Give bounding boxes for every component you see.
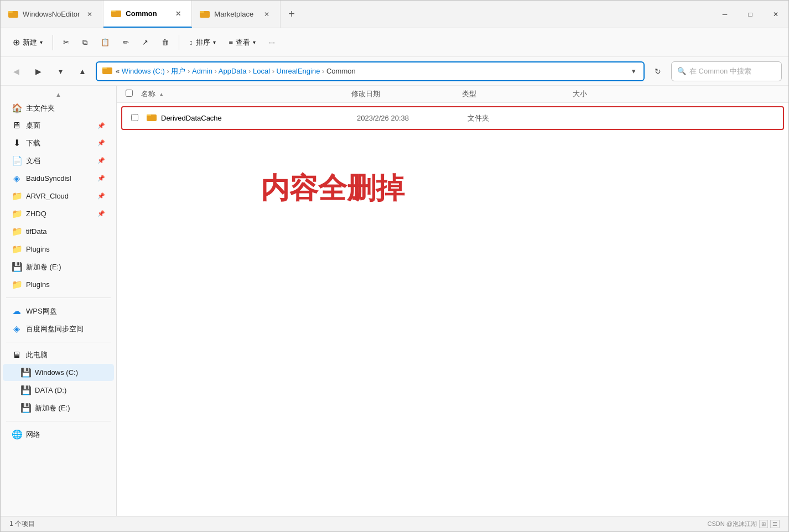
sort-button[interactable]: ↕ 排序 ▾ [184, 34, 221, 51]
delete-button[interactable]: 🗑 [156, 35, 174, 50]
address-folder-icon [102, 66, 112, 76]
address-dropdown[interactable]: ▾ [630, 65, 638, 77]
refresh-button[interactable]: ↻ [649, 62, 667, 80]
sidebar-item-tifdata[interactable]: 📁 tifData [3, 223, 114, 240]
bc-common[interactable]: Common [326, 67, 356, 75]
download-icon: ⬇ [12, 138, 22, 148]
pin-icon-desktop: 📌 [97, 122, 105, 129]
tab3-close[interactable]: ✕ [261, 9, 272, 20]
tab1-close[interactable]: ✕ [84, 9, 95, 20]
bc-users[interactable]: 用户 [171, 67, 188, 75]
sidebar-item-thispc[interactable]: 🖥 此电脑 [3, 347, 114, 363]
forward-button[interactable]: ▶ [29, 62, 47, 80]
view-chevron: ▾ [253, 39, 256, 45]
pin-icon-downloads: 📌 [97, 139, 105, 147]
sidebar-sep-2 [6, 342, 111, 342]
sidebar-item-new-e[interactable]: 💾 新加卷 (E:) [3, 399, 114, 416]
bc-appdata[interactable]: AppData [219, 67, 248, 75]
file-list-body: 内容全删掉 DerivedDataCache 2023/2/26 20:38 文… [117, 103, 788, 516]
minimize-button[interactable]: ─ [712, 1, 738, 28]
toolbar: ⊕ 新建 ▾ ✂ ⧉ 📋 ✏ ↗ 🗑 ↕ 排序 ▾ ≡ [1, 28, 788, 57]
explorer-window: WindowsNoEditor ✕ Common ✕ Marketplace ✕… [0, 0, 789, 532]
sidebar-label-downloads: 下载 [26, 138, 40, 148]
tab-folder-icon-1 [8, 9, 18, 19]
search-box[interactable]: 🔍 在 Common 中搜索 [671, 61, 782, 81]
sidebar-label-new-e: 新加卷 (E:) [35, 403, 70, 413]
sidebar-label-baidu-cloud: 百度网盘同步空间 [26, 324, 84, 334]
view-label: 查看 [236, 38, 250, 48]
sidebar-item-baidu[interactable]: ◈ BaiduSyncdisl 📌 [3, 170, 114, 187]
pin-icon-arvr: 📌 [97, 192, 105, 200]
sidebar-item-home[interactable]: 🏠 主文件夹 [3, 100, 114, 117]
row-select-input[interactable] [131, 114, 138, 121]
paste-button[interactable]: 📋 [95, 35, 115, 50]
datad-icon: 💾 [20, 385, 30, 395]
copy-button[interactable]: ⧉ [77, 35, 93, 50]
tab-common[interactable]: Common ✕ [103, 1, 192, 28]
watermark: CSDN @泡沫江湖 [708, 520, 757, 528]
new-button[interactable]: ⊕ 新建 ▾ [7, 34, 48, 51]
titlebar: WindowsNoEditor ✕ Common ✕ Marketplace ✕… [1, 1, 788, 28]
paste-icon: 📋 [101, 38, 110, 46]
toolbar-sep-2 [179, 35, 179, 50]
sidebar-item-arvr[interactable]: 📁 ARVR_Cloud 📌 [3, 187, 114, 205]
up-button[interactable]: ▲ [74, 62, 91, 80]
thispc-icon: 🖥 [12, 350, 22, 360]
tab2-close[interactable]: ✕ [173, 8, 184, 19]
sidebar-item-plugins2[interactable]: 📁 Plugins [3, 276, 114, 293]
cut-button[interactable]: ✂ [58, 35, 75, 50]
bc-admin[interactable]: Admin [192, 67, 214, 75]
close-button[interactable]: ✕ [763, 1, 788, 28]
sidebar-item-documents[interactable]: 📄 文档 📌 [3, 152, 114, 169]
list-toggle-icon[interactable]: ☰ [770, 520, 780, 528]
row-checkbox[interactable] [131, 114, 142, 123]
sidebar-label-tifdata: tifData [26, 227, 47, 236]
back-button[interactable]: ◀ [7, 62, 25, 80]
file-name: DerivedDataCache [161, 114, 222, 122]
sidebar-item-drive-e[interactable]: 💾 新加卷 (E:) [3, 258, 114, 275]
table-row[interactable]: DerivedDataCache 2023/2/26 20:38 文件夹 [121, 106, 784, 130]
add-tab-button[interactable]: + [281, 1, 303, 28]
scroll-arrow-up[interactable]: ▲ [1, 90, 116, 99]
view-toggle-icon[interactable]: ⊞ [759, 520, 768, 528]
share-button[interactable]: ↗ [137, 35, 154, 50]
sidebar-label-plugins1: Plugins [26, 245, 50, 253]
bc-ue[interactable]: UnrealEngine [277, 67, 322, 75]
sort-name-icon: ▲ [159, 91, 164, 97]
recent-button[interactable]: ▾ [51, 62, 69, 80]
new-label: 新建 [23, 38, 37, 48]
view-icon: ≡ [229, 38, 233, 46]
sidebar-item-plugins1[interactable]: 📁 Plugins [3, 241, 114, 258]
file-name-cell: DerivedDataCache [147, 113, 357, 123]
select-all-checkbox[interactable] [126, 90, 137, 98]
more-button[interactable]: ··· [263, 35, 281, 50]
bc-sep: « [116, 67, 120, 75]
arvr-icon: 📁 [12, 191, 22, 201]
doc-icon: 📄 [12, 155, 22, 166]
address-bar[interactable]: « Windows (C:) › 用户 › Admin › AppData › … [96, 61, 645, 81]
sidebar-item-data-d[interactable]: 💾 DATA (D:) [3, 382, 114, 399]
sidebar-item-desktop[interactable]: 🖥 桌面 📌 [3, 117, 114, 134]
sidebar-item-downloads[interactable]: ⬇ 下载 📌 [3, 134, 114, 152]
bc-drive[interactable]: Windows (C:) [122, 67, 167, 75]
sidebar-item-network[interactable]: 🌐 网络 [3, 426, 114, 443]
sidebar-item-baidu-cloud[interactable]: ◈ 百度网盘同步空间 [3, 320, 114, 337]
tab-windowsnoeditor[interactable]: WindowsNoEditor ✕ [1, 1, 103, 28]
sidebar-label-data-d: DATA (D:) [35, 386, 66, 394]
status-item-count: 1 个项目 [9, 519, 35, 529]
tab-folder-icon-3 [200, 9, 210, 19]
tab2-label: Common [126, 9, 157, 18]
sidebar-item-win-c[interactable]: 💾 Windows (C:) [3, 364, 114, 381]
tab-marketplace[interactable]: Marketplace ✕ [192, 1, 281, 28]
sidebar-item-zhdq[interactable]: 📁 ZHDQ 📌 [3, 205, 114, 222]
tab1-label: WindowsNoEditor [23, 10, 80, 18]
rename-button[interactable]: ✏ [117, 35, 134, 50]
newe-icon: 💾 [20, 403, 30, 413]
bc-local[interactable]: Local [253, 67, 272, 75]
maximize-button[interactable]: □ [738, 1, 763, 28]
sidebar-sep-3 [6, 421, 111, 421]
sidebar-item-wps[interactable]: ☁ WPS网盘 [3, 302, 114, 320]
select-all-input[interactable] [126, 90, 133, 97]
addressbar-row: ◀ ▶ ▾ ▲ « Windows (C:) › 用户 › Admin › Ap… [1, 57, 788, 86]
view-button[interactable]: ≡ 查看 ▾ [224, 34, 262, 51]
